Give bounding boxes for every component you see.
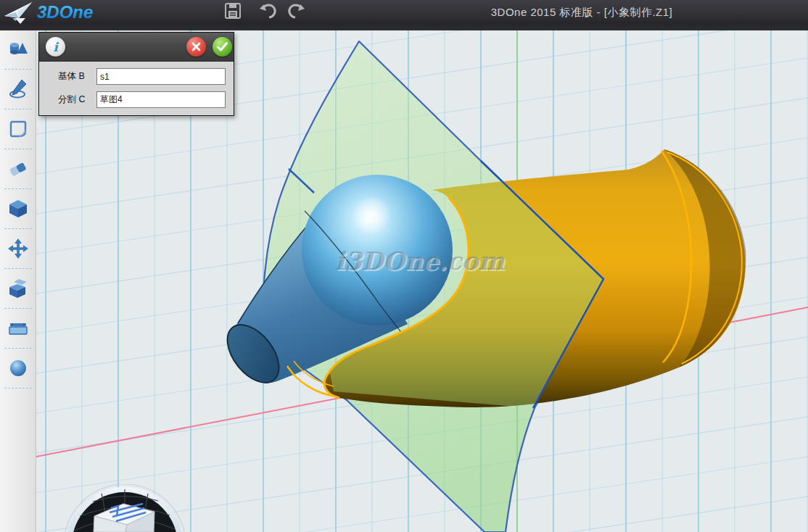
base-field-input[interactable] bbox=[96, 68, 226, 85]
divider bbox=[4, 268, 32, 269]
redo-icon bbox=[289, 4, 305, 17]
window-title: 3DOne 2015 标准版 - [小象制作.Z1] bbox=[404, 6, 759, 20]
divider bbox=[4, 109, 32, 109]
split-command-dialog: i 基体 B 分割 C bbox=[38, 32, 234, 116]
sphere-icon bbox=[7, 357, 29, 379]
sidebar-item-render-sphere[interactable] bbox=[1, 353, 35, 383]
deform-icon bbox=[7, 158, 29, 180]
divider bbox=[4, 69, 32, 70]
divider bbox=[4, 348, 32, 349]
field-row-split: 分割 C bbox=[39, 91, 234, 108]
save-button[interactable] bbox=[222, 1, 244, 20]
cancel-x-icon bbox=[191, 41, 202, 52]
sidebar-item-sketch-draw[interactable] bbox=[1, 74, 35, 104]
dialog-body: 基体 B 分割 C bbox=[39, 62, 234, 115]
chevron-down-icon[interactable] bbox=[15, 18, 25, 24]
confirm-button[interactable] bbox=[213, 37, 232, 57]
redo-button[interactable] bbox=[286, 1, 308, 20]
confirm-check-icon bbox=[216, 41, 228, 52]
split-field-input[interactable] bbox=[96, 91, 226, 108]
divider bbox=[4, 308, 32, 309]
cancel-button[interactable] bbox=[186, 37, 206, 57]
combine-icon bbox=[7, 278, 29, 299]
field-row-base: 基体 B bbox=[39, 68, 234, 85]
sketch-plane-icon bbox=[7, 118, 29, 140]
divider bbox=[4, 149, 32, 149]
sidebar-item-measure-box[interactable] bbox=[1, 313, 35, 344]
tool-sidebar bbox=[0, 30, 36, 532]
save-icon bbox=[226, 4, 240, 18]
watermark: i3DOne.com bbox=[335, 246, 505, 275]
sidebar-item-feature-cube[interactable] bbox=[1, 194, 35, 224]
sidebar-item-combine[interactable] bbox=[1, 273, 35, 304]
dialog-header[interactable]: i bbox=[39, 33, 234, 62]
move-arrows-icon bbox=[7, 238, 29, 259]
view-cube[interactable] bbox=[62, 484, 190, 532]
sidebar-item-sketch-plane[interactable] bbox=[1, 114, 35, 144]
divider bbox=[4, 388, 32, 388]
sidebar-item-solid-primitives[interactable] bbox=[1, 34, 35, 65]
split-field-label: 分割 C bbox=[58, 93, 96, 106]
undo-button[interactable] bbox=[257, 1, 279, 20]
divider bbox=[4, 228, 32, 229]
info-icon: i bbox=[46, 37, 65, 57]
base-field-label: 基体 B bbox=[58, 70, 96, 83]
title-bar: 3DOne 3DOne 2015 标准版 - [小象制作.Z1] bbox=[0, 0, 808, 30]
divider bbox=[4, 188, 32, 189]
primitives-icon bbox=[7, 38, 29, 60]
logo-text: 3DOne bbox=[37, 2, 93, 22]
specular-highlight bbox=[352, 196, 391, 235]
sketch-pen-icon bbox=[7, 78, 29, 100]
sidebar-item-deform[interactable] bbox=[1, 154, 35, 184]
measure-box-icon bbox=[7, 317, 29, 339]
undo-icon bbox=[260, 4, 275, 17]
cube-icon bbox=[7, 198, 29, 220]
sidebar-item-move[interactable] bbox=[1, 233, 35, 264]
